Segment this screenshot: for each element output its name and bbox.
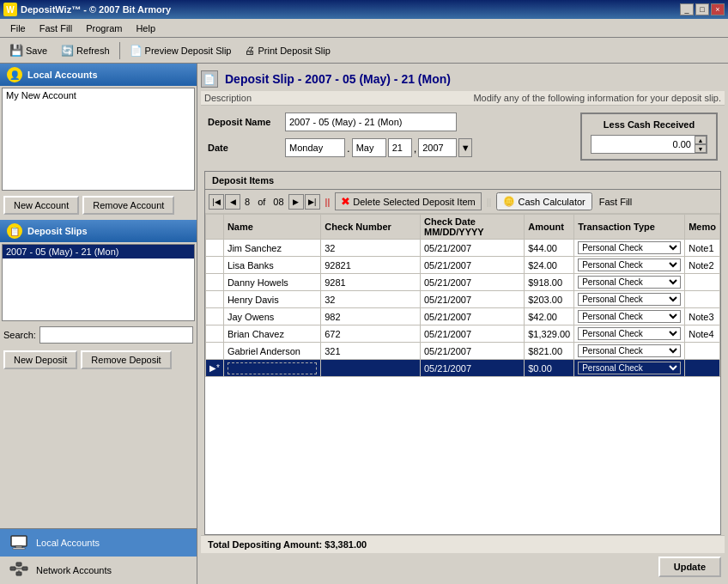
account-list[interactable]: My New Account [2,88,195,191]
row-check-date: 05/21/2007 [421,240,525,257]
list-item[interactable]: 2007 - 05 (May) - 21 (Mon) [3,245,194,259]
nav-control: |◀ ◀ 8 of 08 ▶ ▶| [209,194,320,210]
row-type[interactable]: Personal Check Business Check Cash [574,308,685,325]
date-sep1: . [347,142,350,155]
menu-help[interactable]: Help [129,21,162,35]
deposit-buttons: New Deposit Remove Deposit [0,347,197,373]
search-input[interactable] [39,326,193,344]
preview-button[interactable]: Preview Deposit Slip [124,40,238,61]
row-name[interactable] [223,257,320,274]
window-title: DepositWiz™ - © 2007 Bit Armory [21,4,171,15]
table-row[interactable]: 05/21/2007 $821.00 Personal Check Busine… [206,343,720,360]
save-button[interactable]: Save [3,40,53,61]
less-cash-box: Less Cash Received 0.00 ▲ ▼ [580,113,718,161]
remove-account-button[interactable]: Remove Account [82,196,174,215]
row-check-num[interactable] [321,240,421,257]
spinner-down[interactable]: ▼ [695,144,707,153]
menu-program[interactable]: Program [79,21,129,35]
nav-first-button[interactable]: |◀ [209,194,224,210]
new-deposit-button[interactable]: New Deposit [3,350,77,369]
row-amount: $918.00 [525,274,574,291]
col-indicator [206,215,224,240]
date-day-input[interactable] [285,138,345,157]
new-row-date: 05/21/2007 [421,360,525,377]
row-check-num[interactable] [321,291,421,308]
new-row-type[interactable]: Personal Check [574,360,685,377]
col-memo: Memo [685,215,720,240]
row-name[interactable] [223,274,320,291]
row-type[interactable]: Personal Check Business Check Cash [574,325,685,343]
search-label: Search: [3,330,36,340]
date-dropdown-button[interactable]: ▼ [458,138,472,157]
row-name[interactable] [223,308,320,325]
menu-fastfill[interactable]: Fast Fill [33,21,80,35]
table-row[interactable]: 05/21/2007 $1,329.00 Personal Check Busi… [206,325,720,343]
less-cash-spinner[interactable]: ▲ ▼ [695,136,707,153]
update-row: Update [201,553,725,581]
row-type[interactable]: Personal Check Business Check Cash [574,240,685,257]
row-check-num[interactable] [321,308,421,325]
search-row: Search: [0,323,197,347]
row-name[interactable] [223,291,320,308]
table-row[interactable]: 05/21/2007 $44.00 Personal Check Busines… [206,240,720,257]
row-check-num[interactable] [321,343,421,360]
row-amount: $203.00 [525,291,574,308]
date-year-input[interactable] [418,138,457,157]
table-new-row[interactable]: ▶* 05/21/2007 $0.00 Personal Check [206,360,720,377]
row-name[interactable] [223,343,320,360]
new-row-name[interactable] [223,360,320,377]
row-indicator [206,291,224,308]
nav-prev-button[interactable]: ◀ [225,194,240,210]
table-row[interactable]: 05/21/2007 $24.00 Personal Check Busines… [206,257,720,274]
row-check-num[interactable] [321,274,421,291]
minimize-button[interactable]: _ [680,3,694,15]
row-type[interactable]: Personal Check Business Check Cash [574,274,685,291]
update-button[interactable]: Update [658,557,721,577]
local-accounts-nav[interactable]: Local Accounts [0,529,197,557]
nav-next-button[interactable]: ▶ [288,194,304,210]
deposit-name-label: Deposit Name [208,117,285,127]
less-cash-value: 0.00 [592,137,695,151]
cash-calculator-button[interactable]: 🪙 Cash Calculator [496,192,592,210]
col-check-date: Check Date MM/DD/YYYY [421,215,525,240]
left-panel: 👤 Local Accounts My New Account New Acco… [0,64,197,584]
list-item[interactable]: My New Account [3,88,194,102]
nav-last-button[interactable]: ▶| [305,194,320,210]
deposit-name-input[interactable] [285,113,457,131]
table-row[interactable]: 05/21/2007 $203.00 Personal Check Busine… [206,291,720,308]
app-icon: W [3,3,17,16]
main-layout: 👤 Local Accounts My New Account New Acco… [0,64,728,584]
table-row[interactable]: 05/21/2007 $42.00 Personal Check Busines… [206,308,720,325]
row-indicator [206,240,224,257]
svg-rect-2 [13,548,25,550]
maximize-button[interactable]: □ [695,3,709,15]
row-name[interactable] [223,325,320,343]
row-amount: $1,329.00 [525,325,574,343]
print-button[interactable]: Print Deposit Slip [239,40,336,61]
row-check-date: 05/21/2007 [421,308,525,325]
date-sep2: , [414,142,417,155]
row-type[interactable]: Personal Check Business Check Cash [574,343,685,360]
deposit-list[interactable]: 2007 - 05 (May) - 21 (Mon) [2,244,195,321]
row-indicator [206,343,224,360]
delete-item-button[interactable]: Delete Selected Deposit Item [335,192,481,210]
remove-deposit-button[interactable]: Remove Deposit [81,350,171,369]
date-daynum-input[interactable] [388,138,412,157]
window-controls[interactable]: _ □ × [680,3,725,15]
table-row[interactable]: 05/21/2007 $918.00 Personal Check Busine… [206,274,720,291]
date-month-input[interactable] [352,138,386,157]
row-name[interactable] [223,240,320,257]
spinner-up[interactable]: ▲ [695,136,707,144]
refresh-button[interactable]: Refresh [55,40,116,61]
menu-file[interactable]: File [3,21,33,35]
new-account-button[interactable]: New Account [3,196,79,215]
table-scroll[interactable]: Name Check Number Check Date MM/DD/YYYY … [205,214,720,534]
row-check-num[interactable] [321,257,421,274]
deposit-slips-icon: 📋 [7,223,22,239]
row-type[interactable]: Personal Check Business Check Cash [574,291,685,308]
network-accounts-nav[interactable]: Network Accounts [0,557,197,584]
row-type[interactable]: Personal Check Business Check Cash [574,257,685,274]
row-check-num[interactable] [321,325,421,343]
row-indicator [206,274,224,291]
close-button[interactable]: × [711,3,725,15]
